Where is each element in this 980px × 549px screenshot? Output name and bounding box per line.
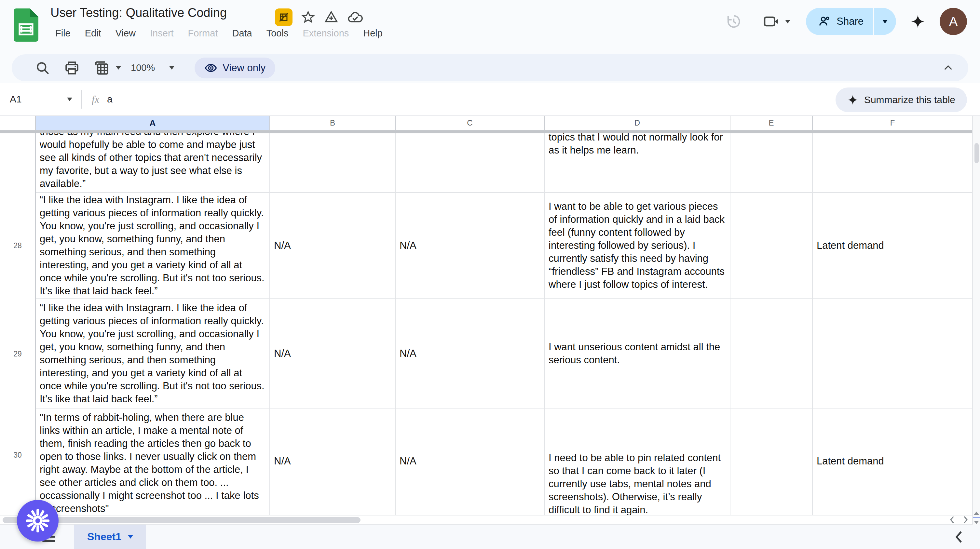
cell-b27[interactable] <box>270 133 396 193</box>
sheet-views-icon[interactable] <box>93 60 110 76</box>
name-box[interactable]: A1 <box>0 94 81 105</box>
cell-d27[interactable]: topics that I would not normally look fo… <box>545 133 730 193</box>
view-only-label: View only <box>223 62 266 74</box>
column-header-b[interactable]: B <box>270 116 396 130</box>
search-icon[interactable] <box>35 60 51 76</box>
zoom-level[interactable]: 100% <box>131 62 155 73</box>
vertical-scrollbar-thumb[interactable] <box>974 143 979 163</box>
row-header-30[interactable]: 30 <box>0 409 36 515</box>
cell-b28[interactable]: N/A <box>270 193 396 298</box>
version-history-icon <box>725 13 741 30</box>
cell-a28[interactable]: “I like the idea with Instagram. I like … <box>36 193 270 298</box>
sheet-tab-caret-icon[interactable] <box>128 535 133 539</box>
document-title[interactable]: User Testing: Qualitative Coding <box>51 6 227 20</box>
sheet-tab-label: Sheet1 <box>87 531 121 543</box>
account-avatar[interactable]: A <box>940 8 967 35</box>
cell-c28[interactable]: N/A <box>396 193 545 298</box>
column-header-e[interactable]: E <box>730 116 813 130</box>
summarize-table-button[interactable]: Summarize this table <box>835 87 967 112</box>
share-main[interactable]: Share <box>806 8 873 35</box>
menu-extensions: Extensions <box>296 25 356 41</box>
meet-caret-icon[interactable] <box>785 20 790 24</box>
table-row: those as my main feed and then explore w… <box>0 133 972 193</box>
cell-b29[interactable]: N/A <box>270 298 396 409</box>
row-header[interactable] <box>0 133 36 193</box>
cell-c30[interactable]: N/A <box>396 409 545 515</box>
meet-camera-icon[interactable] <box>762 13 781 30</box>
table-row: 30 "In terms of rabbit-holing, when ther… <box>0 409 972 515</box>
scroll-right-icon[interactable] <box>962 516 969 524</box>
menu-format: Format <box>181 25 225 41</box>
row-header-28[interactable]: 28 <box>0 193 36 298</box>
cell-reference[interactable]: A1 <box>10 94 67 105</box>
add-shortcut-drive-icon[interactable] <box>324 10 339 25</box>
row-header-29[interactable]: 29 <box>0 298 36 409</box>
share-caret-icon <box>882 20 888 24</box>
column-header-c[interactable]: C <box>396 116 545 130</box>
sheet-tab-bar: Sheet1 <box>0 525 980 549</box>
cell-c29[interactable]: N/A <box>396 298 545 409</box>
cell-d30[interactable]: I need to be able to pin related content… <box>545 409 730 515</box>
gemini-sparkle-icon[interactable] <box>910 14 925 29</box>
cell-a29[interactable]: “I like the idea with Instagram. I like … <box>36 298 270 409</box>
toolbar: 100% View only <box>12 54 968 81</box>
cell-f27[interactable] <box>813 133 972 193</box>
scroll-divider-band <box>0 130 972 133</box>
cell-c27[interactable] <box>396 133 545 193</box>
select-all-corner[interactable] <box>0 116 36 130</box>
menu-bar: File Edit View Insert Format Data Tools … <box>48 25 390 41</box>
cell-e29[interactable] <box>730 298 813 409</box>
cell-d28[interactable]: I want to be able to get various pieces … <box>545 193 730 298</box>
share-person-icon <box>818 14 831 28</box>
share-dropdown[interactable] <box>874 8 896 35</box>
cell-d29[interactable]: I want unserious content amidst all the … <box>545 298 730 409</box>
menu-data[interactable]: Data <box>225 25 259 41</box>
share-button[interactable]: Share <box>806 8 896 35</box>
menu-edit[interactable]: Edit <box>78 25 108 41</box>
print-icon[interactable] <box>64 60 80 76</box>
menu-tools[interactable]: Tools <box>259 25 296 41</box>
table-row: 28 “I like the idea with Instagram. I li… <box>0 193 972 298</box>
scroll-up-icon[interactable] <box>974 512 979 515</box>
side-panel-collapse-icon[interactable] <box>953 530 966 546</box>
menu-help[interactable]: Help <box>356 25 390 41</box>
horizontal-scrollbar[interactable] <box>0 515 972 525</box>
formula-bar: A1 fx a Summarize this table <box>0 83 980 116</box>
formula-bar-divider <box>81 90 82 109</box>
menu-view[interactable]: View <box>108 25 143 41</box>
column-header-a[interactable]: A <box>36 116 270 130</box>
scroll-down-icon[interactable] <box>974 521 979 524</box>
cell-f28[interactable]: Latent demand <box>813 193 972 298</box>
cell-a30[interactable]: "In terms of rabbit-holing, when there a… <box>36 409 270 515</box>
hide-toolbar-icon[interactable] <box>942 62 954 75</box>
menu-insert: Insert <box>143 25 181 41</box>
tab-sheet1[interactable]: Sheet1 <box>74 525 146 549</box>
cell-e27[interactable] <box>730 133 813 193</box>
sheets-app: User Testing: Qualitative Coding Fil <box>0 0 980 549</box>
star-icon[interactable] <box>301 10 315 24</box>
view-only-chip[interactable]: View only <box>194 57 275 78</box>
formula-input[interactable]: a <box>107 94 113 105</box>
column-header-f[interactable]: F <box>813 116 972 130</box>
cell-e28[interactable] <box>730 193 813 298</box>
column-header-d[interactable]: D <box>545 116 730 130</box>
menu-file[interactable]: File <box>48 25 78 41</box>
summarize-label: Summarize this table <box>864 94 955 105</box>
cell-f30[interactable]: Latent demand <box>813 409 972 515</box>
spreadsheet-grid: A B C D E F those as my main feed and th… <box>0 116 972 515</box>
sheets-logo-icon[interactable] <box>14 8 38 41</box>
name-box-caret-icon[interactable] <box>67 98 72 101</box>
cell-a27[interactable]: those as my main feed and then explore w… <box>36 133 270 193</box>
sheet-views-caret-icon[interactable] <box>116 66 121 70</box>
eye-icon <box>204 62 217 75</box>
cell-e30[interactable] <box>730 409 813 515</box>
cell-f29[interactable] <box>813 298 972 409</box>
gemini-fab-button[interactable] <box>17 500 59 541</box>
title-icons <box>275 8 363 26</box>
column-header-row: A B C D E F <box>0 116 972 130</box>
scroll-left-icon[interactable] <box>949 516 956 524</box>
cell-b30[interactable]: N/A <box>270 409 396 515</box>
cloud-saved-icon[interactable] <box>347 9 363 25</box>
vertical-scrollbar[interactable] <box>972 116 980 525</box>
zoom-caret-icon[interactable] <box>169 66 174 70</box>
